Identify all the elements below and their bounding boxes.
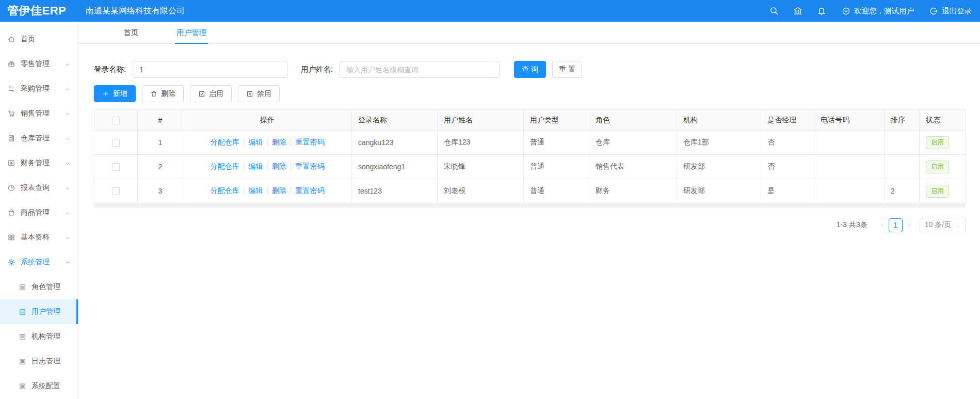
edit-link[interactable]: 编辑 <box>248 138 263 146</box>
chevron-right-icon[interactable] <box>906 222 912 229</box>
add-button[interactable]: 新增 <box>94 85 136 102</box>
sidebar-item-label: 仓库管理 <box>21 134 50 143</box>
sidebar-item-sys-config[interactable]: 系统配置 <box>0 374 78 398</box>
col-actions: 操作 <box>183 110 352 131</box>
delete-button[interactable]: 删除 <box>142 85 184 102</box>
sidebar-item-label: 机构管理 <box>31 332 60 341</box>
login-name-input[interactable] <box>133 61 287 78</box>
chevron-left-icon[interactable] <box>879 222 886 229</box>
bell-icon[interactable] <box>817 6 826 15</box>
select-all-checkbox[interactable] <box>112 117 120 124</box>
reset-button[interactable]: 重 置 <box>552 61 582 78</box>
sidebar-item-label: 商品管理 <box>21 208 50 217</box>
cell-name: 刘老根 <box>438 179 524 203</box>
sidebar-item-label: 日志管理 <box>31 357 60 366</box>
search-icon[interactable] <box>769 6 779 15</box>
col-user-type: 用户类型 <box>524 110 589 131</box>
disable-label: 禁用 <box>257 89 271 99</box>
sidebar-item-log-mgmt[interactable]: 日志管理 <box>0 349 78 374</box>
cell-org: 研发部 <box>677 179 761 203</box>
user-menu[interactable]: 欢迎您，测试用户 <box>842 6 914 16</box>
chevron-down-icon <box>65 135 71 141</box>
col-manager: 是否经理 <box>761 110 814 131</box>
cell-type: 普通 <box>524 179 589 203</box>
disable-button[interactable]: 禁用 <box>238 85 280 102</box>
row-checkbox[interactable] <box>112 139 120 147</box>
col-user-name: 用户姓名 <box>438 110 524 131</box>
sidebar-item-label: 报表查询 <box>21 183 50 193</box>
sidebar-item-report[interactable]: 报表查询 <box>0 175 78 200</box>
link-divider: | <box>290 138 292 146</box>
sidebar-item-goods[interactable]: 商品管理 <box>0 200 78 225</box>
toolbar: 新增 删除 启用 禁用 <box>94 85 966 102</box>
grid-icon <box>7 233 15 242</box>
table-row: 1 分配仓库|编辑|删除|重置密码 cangku123 仓库123 普通 仓库 … <box>94 131 966 155</box>
login-name-label: 登录名称: <box>94 65 126 74</box>
add-label: 新增 <box>113 89 127 99</box>
logout-icon <box>929 7 938 15</box>
assign-warehouse-link[interactable]: 分配仓库 <box>211 162 239 170</box>
delete-link[interactable]: 删除 <box>272 186 286 195</box>
cell-org: 仓库1部 <box>677 131 761 155</box>
list-icon <box>19 358 26 365</box>
tab-user-mgmt[interactable]: 用户管理 <box>175 22 208 43</box>
link-divider: | <box>266 162 268 170</box>
user-name-label: 用户姓名: <box>301 65 333 74</box>
welcome-text: 欢迎您，测试用户 <box>854 6 914 16</box>
col-org: 机构 <box>677 110 761 131</box>
sidebar-item-label: 基本资料 <box>21 233 50 242</box>
page-number-button[interactable]: 1 <box>889 218 903 232</box>
reset-password-link[interactable]: 重置密码 <box>295 162 324 170</box>
assign-warehouse-link[interactable]: 分配仓库 <box>211 138 239 146</box>
row-checkbox[interactable] <box>112 163 120 171</box>
sidebar-item-warehouse[interactable]: 仓库管理 <box>0 126 78 151</box>
sidebar-item-label: 系统管理 <box>21 258 50 267</box>
pagination-total: 1-3 共3条 <box>837 220 867 230</box>
chevron-down-icon <box>955 222 960 228</box>
search-button[interactable]: 查 询 <box>514 61 546 78</box>
home-icon <box>7 35 15 43</box>
sidebar-item-org-mgmt[interactable]: 机构管理 <box>0 324 78 349</box>
sidebar-item-role-mgmt[interactable]: 角色管理 <box>0 275 78 299</box>
sidebar-item-sales[interactable]: 销售管理 <box>0 101 78 126</box>
reset-password-link[interactable]: 重置密码 <box>295 186 324 195</box>
sidebar-item-user-mgmt[interactable]: 用户管理 <box>0 299 78 324</box>
link-divider: | <box>290 186 292 195</box>
sidebar-item-basic[interactable]: 基本资料 <box>0 225 78 250</box>
table-header-row: # 操作 登录名称 用户姓名 用户类型 角色 机构 是否经理 电话号码 排序 状… <box>94 110 966 131</box>
link-divider: | <box>243 162 245 170</box>
page-size-select[interactable]: 10 条/页 <box>920 218 966 232</box>
user-name-input[interactable] <box>340 61 500 78</box>
bank-icon[interactable] <box>793 6 802 15</box>
chevron-down-icon <box>65 210 71 216</box>
enable-button[interactable]: 启用 <box>190 85 232 102</box>
reset-password-link[interactable]: 重置密码 <box>295 138 324 146</box>
status-badge: 启用 <box>926 136 949 149</box>
tab-home[interactable]: 首页 <box>122 22 140 43</box>
app-header: 管伊佳ERP 南通某某网络科技有限公司 欢迎您，测试用户 退出登录 <box>0 0 980 22</box>
company-name: 南通某某网络科技有限公司 <box>86 6 185 17</box>
sidebar-item-label: 财务管理 <box>21 158 50 168</box>
row-checkbox[interactable] <box>112 187 120 195</box>
sidebar-item-finance[interactable]: 财务管理 <box>0 151 78 175</box>
sidebar-item-retail[interactable]: 零售管理 <box>0 52 78 76</box>
sidebar-item-system[interactable]: 系统管理 <box>0 250 78 275</box>
status-badge: 启用 <box>926 185 949 198</box>
logout-button[interactable]: 退出登录 <box>929 6 972 16</box>
link-divider: | <box>243 186 245 195</box>
row-index: 2 <box>138 155 183 179</box>
sidebar-item-label: 角色管理 <box>31 282 60 292</box>
retail-icon <box>7 60 15 68</box>
users-table: # 操作 登录名称 用户姓名 用户类型 角色 机构 是否经理 电话号码 排序 状… <box>94 109 966 203</box>
horizontal-scrollbar[interactable] <box>94 203 966 208</box>
assign-warehouse-link[interactable]: 分配仓库 <box>211 186 239 195</box>
row-actions: 分配仓库|编辑|删除|重置密码 <box>183 131 352 155</box>
delete-link[interactable]: 删除 <box>272 162 286 170</box>
edit-link[interactable]: 编辑 <box>248 162 263 170</box>
user-circle-icon <box>842 7 850 15</box>
delete-link[interactable]: 删除 <box>272 138 286 146</box>
sidebar-item-home[interactable]: 首页 <box>0 27 78 52</box>
edit-link[interactable]: 编辑 <box>248 186 263 195</box>
list-icon <box>19 333 26 341</box>
sidebar-item-purchase[interactable]: 采购管理 <box>0 76 78 101</box>
